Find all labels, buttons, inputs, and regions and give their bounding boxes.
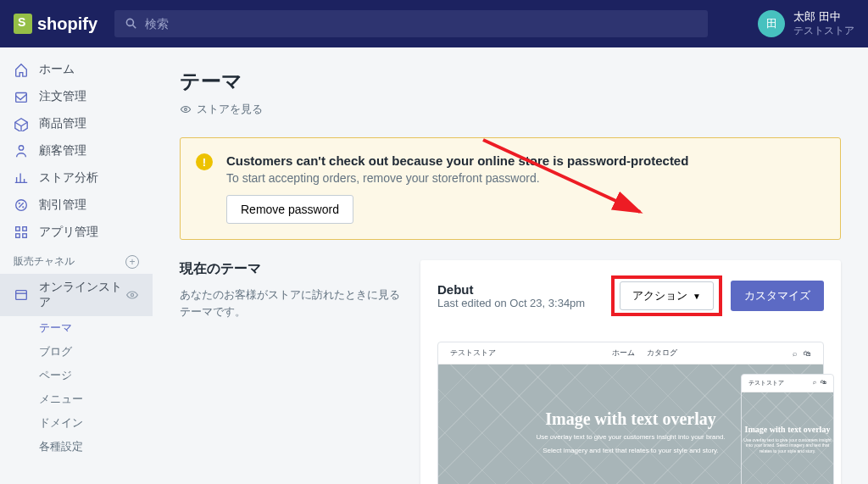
svg-point-8 (131, 293, 133, 296)
nav-home[interactable]: ホーム (0, 56, 153, 83)
hero-text-2: Select imagery and text that relates to … (542, 446, 719, 455)
theme-card: Debut Last edited on Oct 23, 3:34pm アクショ… (420, 260, 841, 484)
sidebar: ホーム 注文管理 商品管理 顧客管理 ストア分析 割引管理 アプリ管理 販売チャ… (0, 47, 153, 484)
user-menu[interactable]: 田 太郎 田中 テストストア (758, 10, 854, 37)
apps-icon (14, 225, 29, 240)
warning-icon: ! (196, 153, 213, 170)
home-icon (14, 62, 29, 77)
mobile-hero-title: Image with text overlay (745, 425, 831, 435)
avatar: 田 (758, 10, 785, 37)
sub-themes[interactable]: テーマ (25, 316, 153, 340)
orders-icon (14, 89, 29, 104)
mobile-hero-text: Use overlay text to give your customers … (742, 437, 833, 454)
search-icon: ⌕ (813, 379, 816, 387)
products-icon (14, 116, 29, 131)
alert-text: To start accepting orders, remove your s… (226, 171, 688, 185)
svg-rect-4 (23, 227, 27, 231)
remove-password-button[interactable]: Remove password (226, 195, 353, 224)
alert-title: Customers can't check out because your o… (226, 153, 688, 168)
nav-label: 商品管理 (39, 116, 86, 131)
sub-pages[interactable]: ページ (25, 364, 153, 387)
brand-name: shopify (37, 14, 97, 34)
topbar: shopify 田 太郎 田中 テストストア (0, 0, 868, 47)
store-icon (14, 287, 29, 303)
password-alert: ! Customers can't check out because your… (180, 137, 841, 240)
nav-analytics[interactable]: ストア分析 (0, 164, 153, 192)
main-content: テーマ ストアを見る ! Customers can't check out b… (153, 47, 868, 484)
view-store-label: ストアを見る (197, 102, 263, 117)
mobile-hero: Image with text overlay Use overlay text… (742, 392, 833, 484)
mobile-store-name: テストストア (748, 379, 784, 387)
user-store: テストストア (793, 25, 854, 38)
search-bar[interactable] (114, 10, 708, 37)
theme-preview: テストストア ホーム カタログ ⌕🛍 Image with text overl… (420, 331, 841, 484)
caret-down-icon: ▼ (693, 292, 701, 301)
shopify-logo-icon (14, 14, 32, 34)
nav-discounts[interactable]: 割引管理 (0, 192, 153, 219)
search-input[interactable] (145, 17, 698, 31)
svg-rect-3 (16, 227, 20, 231)
nav-online-store[interactable]: オンラインストア (0, 274, 153, 316)
sub-menu[interactable]: メニュー (25, 387, 153, 411)
user-name: 太郎 田中 (793, 10, 854, 25)
sub-blog[interactable]: ブログ (25, 340, 153, 364)
search-icon: ⌕ (793, 349, 797, 358)
mobile-header: テストストア ⌕🛍 (742, 375, 833, 392)
eye-icon[interactable] (125, 288, 139, 302)
search-icon (125, 17, 138, 31)
hero-text-1: Use overlay text to give your customers … (536, 432, 725, 442)
nav-label: 顧客管理 (39, 143, 86, 159)
sub-preferences[interactable]: 各種設定 (25, 435, 153, 459)
svg-rect-6 (23, 234, 27, 238)
section-title: 現在のテーマ (180, 260, 400, 278)
nav-orders[interactable]: 注文管理 (0, 83, 153, 110)
section-info: 現在のテーマ あなたのお客様がストアに訪れたときに見るテーマです。 (180, 260, 400, 484)
preview-header: テストストア ホーム カタログ ⌕🛍 (438, 342, 823, 364)
nav-customers[interactable]: 顧客管理 (0, 137, 153, 164)
hero-title: Image with text overlay (545, 409, 716, 429)
nav-label: アプリ管理 (39, 225, 98, 240)
analytics-icon (14, 170, 29, 186)
logo[interactable]: shopify (14, 14, 97, 34)
nav-label: ホーム (39, 62, 75, 77)
customize-button[interactable]: カスタマイズ (731, 281, 824, 311)
preview-nav-home: ホーム (612, 348, 635, 359)
sub-nav: テーマ ブログ ページ メニュー ドメイン 各種設定 (0, 316, 153, 459)
page-title: テーマ (180, 68, 841, 95)
sub-domains[interactable]: ドメイン (25, 411, 153, 435)
add-channel-icon[interactable]: + (125, 255, 139, 269)
view-store-link[interactable]: ストアを見る (180, 102, 841, 117)
nav-section-channels: 販売チャネル + (0, 246, 153, 274)
svg-point-1 (19, 146, 23, 150)
preview-nav-catalog: カタログ (647, 348, 677, 359)
nav-label: 割引管理 (39, 197, 86, 213)
theme-name: Debut (437, 282, 585, 297)
actions-button[interactable]: アクション ▼ (620, 281, 714, 310)
user-info: 太郎 田中 テストストア (793, 10, 854, 37)
svg-rect-5 (16, 234, 20, 238)
nav-label: 注文管理 (39, 89, 86, 104)
nav-apps[interactable]: アプリ管理 (0, 219, 153, 246)
nav-products[interactable]: 商品管理 (0, 110, 153, 137)
customers-icon (14, 143, 29, 159)
nav-label: ストア分析 (39, 170, 98, 186)
action-highlight: アクション ▼ (611, 275, 722, 316)
theme-meta: Last edited on Oct 23, 3:34pm (437, 297, 585, 309)
discounts-icon (14, 197, 29, 213)
cart-icon: 🛍 (821, 379, 826, 387)
eye-icon (180, 103, 192, 115)
mobile-preview: テストストア ⌕🛍 Image with text overlay Use ov… (741, 374, 834, 484)
section-desc: あなたのお客様がストアに訪れたときに見るテーマです。 (180, 287, 400, 320)
svg-rect-7 (16, 291, 27, 300)
nav-label: オンラインストア (39, 280, 125, 310)
cart-icon: 🛍 (804, 349, 811, 358)
preview-store-name: テストストア (450, 348, 496, 359)
section-label: 販売チャネル (14, 254, 75, 269)
actions-label: アクション (632, 288, 687, 303)
svg-point-10 (185, 108, 187, 111)
